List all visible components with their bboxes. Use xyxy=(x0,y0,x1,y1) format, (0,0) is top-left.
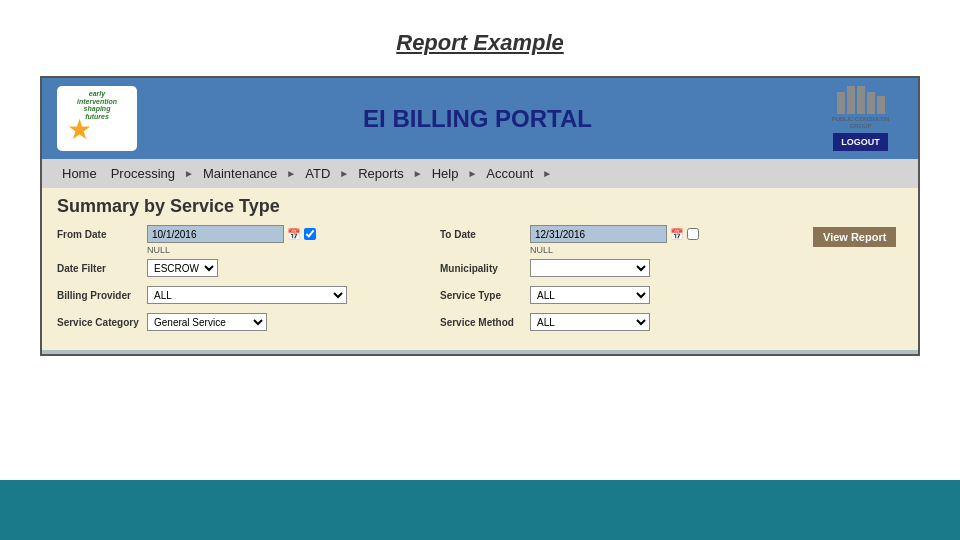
portal-container: earlyinterventionshapingfutures ★ EI BIL… xyxy=(40,76,920,356)
date-filter-label: Date Filter xyxy=(57,263,147,274)
service-category-label: Service Category xyxy=(57,317,147,328)
column-2 xyxy=(847,86,855,114)
service-method-row: Service Method ALL xyxy=(440,313,813,331)
service-category-row: Service Category General Service xyxy=(57,313,430,331)
form-section-title: Summary by Service Type xyxy=(57,196,903,217)
nav-processing[interactable]: Processing xyxy=(106,164,180,183)
nav-maintenance[interactable]: Maintenance xyxy=(198,164,282,183)
municipality-select[interactable] xyxy=(530,259,650,277)
to-date-row: To Date 📅 xyxy=(440,225,813,243)
pcg-label: PUBLIC CONSULTINGROUP xyxy=(832,116,890,130)
service-type-select[interactable]: ALL xyxy=(530,286,650,304)
nav-atd[interactable]: ATD xyxy=(300,164,335,183)
to-date-input[interactable] xyxy=(530,225,667,243)
pcg-building-icon xyxy=(837,86,885,114)
nav-account[interactable]: Account xyxy=(481,164,538,183)
help-arrow-icon: ► xyxy=(467,168,477,179)
from-date-input[interactable] xyxy=(147,225,284,243)
from-date-checkbox[interactable] xyxy=(304,228,316,240)
service-category-select[interactable]: General Service xyxy=(147,313,267,331)
logo-left: earlyinterventionshapingfutures ★ xyxy=(57,86,137,151)
column-3 xyxy=(857,86,865,114)
portal-header: earlyinterventionshapingfutures ★ EI BIL… xyxy=(42,78,918,159)
star-icon: ★ xyxy=(67,113,92,146)
calendar-icon-2[interactable]: 📅 xyxy=(670,228,684,241)
nav-home[interactable]: Home xyxy=(57,164,102,183)
atd-arrow-icon: ► xyxy=(339,168,349,179)
from-date-null: NULL xyxy=(147,245,430,255)
from-date-row: From Date 📅 xyxy=(57,225,430,243)
from-date-label: From Date xyxy=(57,229,147,240)
logout-button[interactable]: LOGOUT xyxy=(833,133,888,151)
billing-provider-select[interactable]: ALL xyxy=(147,286,347,304)
account-arrow-icon: ► xyxy=(542,168,552,179)
service-type-row: Service Type ALL xyxy=(440,286,813,304)
form-area: Summary by Service Type From Date 📅 NULL xyxy=(42,188,918,350)
date-filter-row: Date Filter ESCROW xyxy=(57,259,430,277)
processing-arrow-icon: ► xyxy=(184,168,194,179)
municipality-label: Municipality xyxy=(440,263,530,274)
portal-bottom-strip xyxy=(42,350,918,354)
to-date-checkbox[interactable] xyxy=(687,228,699,240)
to-date-label: To Date xyxy=(440,229,530,240)
logo-right: PUBLIC CONSULTINGROUP LOGOUT xyxy=(818,86,903,151)
service-method-select[interactable]: ALL xyxy=(530,313,650,331)
billing-provider-row: Billing Provider ALL xyxy=(57,286,430,304)
nav-reports[interactable]: Reports xyxy=(353,164,409,183)
to-date-null: NULL xyxy=(530,245,813,255)
from-date-field: 📅 xyxy=(147,225,316,243)
maintenance-arrow-icon: ► xyxy=(286,168,296,179)
column-5 xyxy=(877,96,885,114)
billing-provider-label: Billing Provider xyxy=(57,290,147,301)
reports-arrow-icon: ► xyxy=(413,168,423,179)
nav-help[interactable]: Help xyxy=(427,164,464,183)
calendar-icon[interactable]: 📅 xyxy=(287,228,301,241)
portal-title: EI BILLING PORTAL xyxy=(137,105,818,133)
view-report-button[interactable]: View Report xyxy=(813,227,896,247)
municipality-row: Municipality xyxy=(440,259,813,277)
service-method-label: Service Method xyxy=(440,317,530,328)
to-date-field: 📅 xyxy=(530,225,699,243)
service-type-label: Service Type xyxy=(440,290,530,301)
nav-bar: Home Processing ► Maintenance ► ATD ► Re… xyxy=(42,159,918,188)
column-1 xyxy=(837,92,845,114)
page-title: Report Example xyxy=(396,30,564,56)
bottom-bar xyxy=(0,480,960,540)
date-filter-select[interactable]: ESCROW xyxy=(147,259,218,277)
column-4 xyxy=(867,92,875,114)
